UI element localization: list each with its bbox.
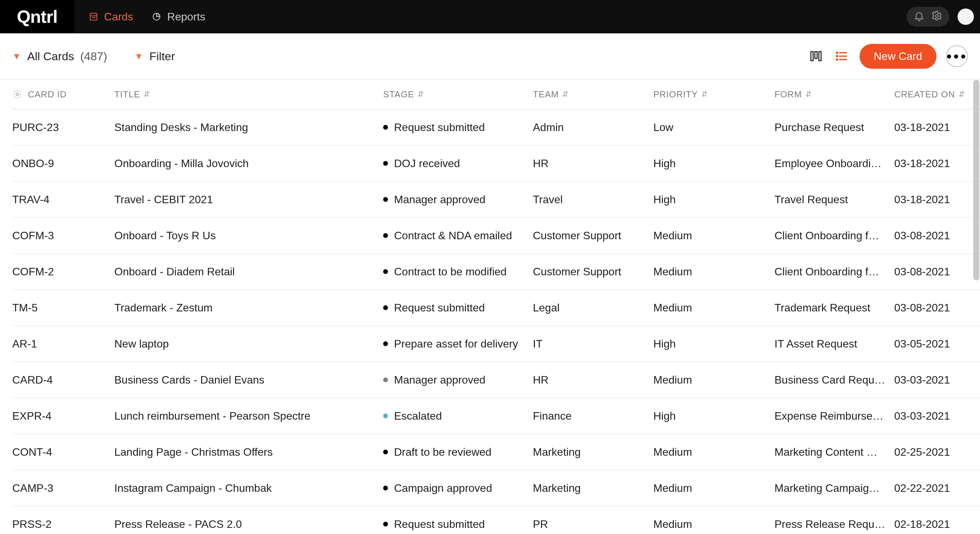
cell-form: Business Card Requ… [775,374,894,386]
all-cards-dropdown[interactable]: ▼ All Cards (487) [12,50,107,63]
cell-stage: DOJ received [383,157,533,170]
filter-label: Filter [150,50,175,63]
col-header-stage[interactable]: STAGE ⇵ [383,89,533,100]
cell-stage-text: Prepare asset for delivery [394,338,518,350]
cell-stage: Prepare asset for delivery [383,338,533,350]
nav-tab-cards[interactable]: Cards [88,11,133,23]
cell-form: Press Release Request [775,518,894,531]
cell-stage-text: Request submitted [394,301,485,314]
cell-title: Business Cards - Daniel Evans [115,374,383,386]
topbar: Qntrl Cards Reports [0,0,980,33]
col-header-team[interactable]: TEAM ⇵ [533,89,653,100]
cell-team: IT [533,338,653,350]
avatar[interactable] [958,8,974,25]
svg-rect-5 [811,52,813,61]
cell-form: Trademark Request [775,301,894,314]
new-card-button[interactable]: New Card [859,44,937,69]
cell-created-on: 03-08-2021 [894,301,980,314]
col-header-title[interactable]: TITLE ⇵ [115,89,383,100]
svg-point-14 [16,93,19,96]
cell-created-on: 03-18-2021 [894,193,980,206]
table-row[interactable]: EXPR-4 Lunch reimbursement - Pearson Spe… [12,398,980,434]
cell-card-id: TRAV-4 [12,193,115,206]
table-row[interactable]: ONBO-9 Onboarding - Milla Jovovich DOJ r… [12,146,980,182]
col-header-title-label: TITLE [115,89,140,100]
svg-point-4 [935,14,939,18]
cell-stage-text: Escalated [394,410,442,422]
stage-dot-icon [383,450,388,454]
stage-dot-icon [383,161,388,166]
sort-icon: ⇵ [701,90,708,99]
cell-team: Legal [533,301,653,314]
cell-created-on: 02-25-2021 [894,446,980,458]
filter-dropdown[interactable]: ▼ Filter [134,50,175,63]
cell-stage: Contract to be modified [383,265,533,278]
cell-created-on: 03-03-2021 [894,374,980,386]
cell-title: Lunch reimbursement - Pearson Spectre [115,410,383,422]
cell-priority: Low [653,121,775,134]
table-row[interactable]: PURC-23 Standing Desks - Marketing Reque… [12,110,980,146]
gear-icon[interactable] [12,89,22,99]
cell-created-on: 03-08-2021 [894,265,980,278]
cell-stage-text: Draft to be reviewed [394,446,492,458]
svg-point-11 [837,52,837,53]
sort-icon: ⇵ [417,90,424,99]
stage-dot-icon [383,486,388,491]
cell-form: Employee Onboardi… [775,157,894,170]
cell-title: Travel - CEBIT 2021 [115,193,383,206]
cell-form: Expense Reimburse… [775,410,894,422]
nav-tab-reports[interactable]: Reports [151,11,205,23]
table-row[interactable]: PRSS-2 Press Release - PACS 2.0 Request … [12,507,980,534]
cell-title: New laptop [115,338,383,350]
col-header-form[interactable]: FORM ⇵ [775,89,894,100]
col-header-card-id-label: CARD ID [28,89,67,100]
stage-dot-icon [383,378,388,382]
cell-stage-text: Manager approved [394,193,485,206]
list-view-icon[interactable] [834,48,850,64]
cell-team: Marketing [533,446,653,458]
table-row[interactable]: CAMP-3 Instagram Campaign - Chumbak Camp… [12,470,980,507]
cell-card-id: COFM-2 [12,265,115,278]
sort-icon: ⇵ [805,90,812,99]
all-cards-label: All Cards [27,50,74,63]
stage-dot-icon [383,233,388,238]
table-row[interactable]: COFM-2 Onboard - Diadem Retail Contract … [12,254,980,290]
table-row[interactable]: AR-1 New laptop Prepare asset for delive… [12,326,980,362]
table-row[interactable]: CARD-4 Business Cards - Daniel Evans Man… [12,362,980,398]
board-view-icon[interactable] [808,48,824,64]
svg-rect-0 [90,13,97,20]
table-row[interactable]: TRAV-4 Travel - CEBIT 2021 Manager appro… [12,182,980,218]
notifications-icon[interactable] [913,10,925,23]
cards-table: CARD ID TITLE ⇵ STAGE ⇵ TEAM ⇵ PRIORITY … [0,80,980,534]
cell-priority: Medium [653,265,775,278]
cell-card-id: CAMP-3 [12,482,115,494]
table-row[interactable]: COFM-3 Onboard - Toys R Us Contract & ND… [12,218,980,254]
subbar: ▼ All Cards (487) ▼ Filter New Card ●●● [0,33,980,80]
cell-team: HR [533,374,653,386]
svg-point-13 [837,59,837,60]
col-header-priority[interactable]: PRIORITY ⇵ [653,89,775,100]
more-menu-button[interactable]: ●●● [946,45,968,67]
cell-created-on: 03-03-2021 [894,410,980,422]
table-row[interactable]: CONT-4 Landing Page - Christmas Offers D… [12,434,980,470]
col-header-created-on[interactable]: CREATED ON ⇵ [894,89,980,100]
col-header-card-id[interactable]: CARD ID [12,89,115,100]
cell-form: Client Onboarding f… [775,230,894,242]
table-row[interactable]: TM-5 Trademark - Zestum Request submitte… [12,290,980,326]
nav-tab-reports-label: Reports [167,11,205,23]
sort-icon: ⇵ [562,90,569,99]
cell-form: Marketing Campaig… [775,482,894,494]
cards-icon [88,11,99,22]
cell-form: Marketing Content … [775,446,894,458]
cell-card-id: EXPR-4 [12,410,115,422]
scrollbar-thumb[interactable] [973,80,979,281]
col-header-created-on-label: CREATED ON [894,89,955,100]
cell-form: Client Onboarding f… [775,265,894,278]
settings-icon[interactable] [931,10,943,23]
cell-card-id: CONT-4 [12,446,115,458]
subbar-right: New Card ●●● [808,44,968,69]
cell-team: Customer Support [533,230,653,242]
cell-stage: Manager approved [383,374,533,386]
cell-title: Press Release - PACS 2.0 [115,518,383,531]
cell-title: Onboard - Toys R Us [115,230,383,242]
